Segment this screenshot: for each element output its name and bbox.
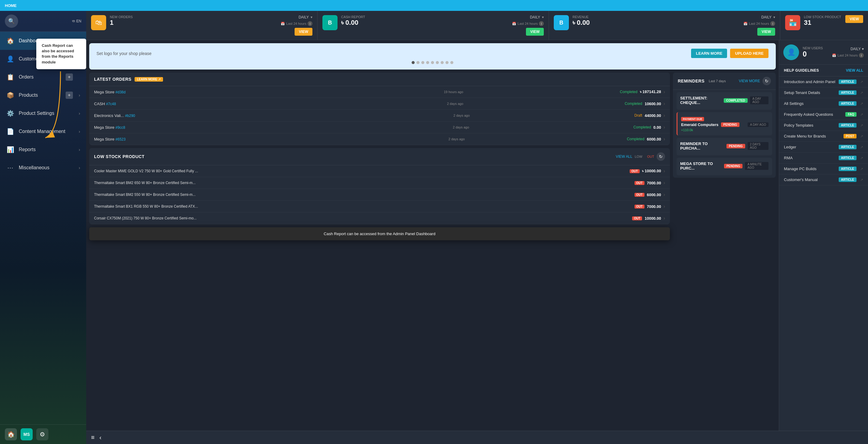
new-users-card: 👤 NEW USERS 0 DAILY ▾ 📅 <box>783 44 864 60</box>
order-row[interactable]: Mega Store #d38d 19 hours ago Completed … <box>89 86 670 98</box>
sidebar-item-dashboard[interactable]: 🏠 Dashboard <box>0 32 86 50</box>
banner-dot <box>445 61 448 64</box>
external-link-icon[interactable]: ↗ <box>860 112 863 117</box>
info-icon2[interactable]: i <box>539 21 544 26</box>
reports-icon: 📊 <box>6 146 14 153</box>
home-bottom-button[interactable]: 🏠 <box>5 428 17 440</box>
learn-more-button[interactable]: LEARN MORE <box>691 49 727 58</box>
row-arrow-icon[interactable]: › <box>663 113 665 118</box>
row-arrow-icon[interactable]: › <box>663 125 665 130</box>
chevron-down-icon4: ▾ <box>862 47 864 51</box>
order-row[interactable]: Mega Store #6523 2 days ago Completed 60… <box>89 133 670 145</box>
product-settings-icon: ⚙️ <box>6 110 14 117</box>
upload-here-button[interactable]: UPLOAD HERE <box>730 49 769 58</box>
revenue-dropdown[interactable]: DAILY ▾ <box>761 15 775 19</box>
order-row[interactable]: CASH #7c48 2 days ago Completed 10600.00… <box>89 98 670 110</box>
out-badge: OUT <box>634 205 645 209</box>
revenue-view-button[interactable]: VIEW <box>757 28 775 36</box>
low-stock-row[interactable]: Thermaltake Smart BM2 550 W 80+ Bronze C… <box>89 189 670 201</box>
products-add-button[interactable]: + <box>66 92 73 99</box>
new-users-controls: DAILY ▾ 📅 Last 24 hours i <box>832 47 864 58</box>
revenue-info: REVENUE ৳ 0.00 <box>572 15 740 27</box>
bottom-menu-button[interactable]: ≡ <box>91 434 95 441</box>
sidebar-item-products[interactable]: 📦 Products + › <box>0 86 86 104</box>
sidebar-item-reports[interactable]: 📊 Reports › <box>0 141 86 159</box>
row-arrow-icon[interactable]: › <box>663 168 665 174</box>
reminders-refresh-button[interactable]: ↻ <box>763 77 771 85</box>
low-stock-refresh-button[interactable]: ↻ <box>657 152 665 161</box>
sidebar-item-content-management[interactable]: 📄 Content Management › <box>0 123 86 141</box>
external-link-icon[interactable]: ↗ <box>860 156 863 160</box>
row-arrow-icon[interactable]: › <box>663 192 665 197</box>
external-link-icon[interactable]: ↗ <box>860 102 863 106</box>
sidebar-item-label: Dashboard <box>19 38 42 43</box>
order-row[interactable]: Mega Store #9cc8 2 days ago Completed 0.… <box>89 122 670 133</box>
article-badge: ARTICLE <box>839 145 857 149</box>
sidebar-item-customers[interactable]: 👤 Customers <box>0 50 86 68</box>
chevron-down-icon: ▾ <box>311 15 312 19</box>
sidebar-item-label: Miscellaneous <box>19 165 49 170</box>
row-arrow-icon[interactable]: › <box>663 101 665 106</box>
new-orders-dropdown[interactable]: DAILY ▾ <box>299 15 312 19</box>
view-all-button[interactable]: VIEW ALL <box>616 155 632 159</box>
row-arrow-icon[interactable]: › <box>663 204 665 209</box>
search-button[interactable]: 🔍 <box>5 14 18 28</box>
reminder-header: SETTLEMENT: CHEQUE... COMPLETED A DAY AG… <box>680 96 769 105</box>
low-stock-row[interactable]: Thermaltake Smart BM2 650 W 80+ Bronze C… <box>89 177 670 189</box>
cash-report-view-button[interactable]: VIEW <box>526 28 544 36</box>
banner-dot <box>450 61 453 64</box>
orders-icon: 📋 <box>6 73 14 81</box>
low-stock-info: LOW STOCK PRODUCT 31 <box>804 15 842 27</box>
info-icon4[interactable]: i <box>859 53 864 58</box>
info-icon[interactable]: i <box>308 21 312 26</box>
low-stock-view-button[interactable]: VIEW <box>845 15 863 23</box>
info-icon3[interactable]: i <box>770 21 775 26</box>
stat-revenue: B REVENUE ৳ 0.00 DAILY ▾ 📅 Last 24 hours… <box>549 11 780 40</box>
external-link-icon[interactable]: ↗ <box>860 178 863 182</box>
language-switcher[interactable]: বাং EN <box>72 19 81 23</box>
external-link-icon[interactable]: ↗ <box>860 145 863 149</box>
external-link-icon[interactable]: ↗ <box>860 91 863 95</box>
external-link-icon[interactable]: ↗ <box>860 123 863 128</box>
reminders-header: REMINDERS Last 7 days VIEW MORE ↻ <box>673 72 776 90</box>
content-management-arrow: › <box>79 129 80 134</box>
bottom-back-button[interactable]: ‹ <box>99 434 102 441</box>
help-item: RMA ARTICLE ↗ <box>779 152 868 164</box>
row-arrow-icon[interactable]: › <box>663 89 665 95</box>
sidebar-item-miscellaneous[interactable]: ⋯ Miscellaneous › <box>0 159 86 177</box>
external-link-icon[interactable]: ↗ <box>860 80 863 84</box>
ms-button[interactable]: MS <box>21 428 33 440</box>
cash-report-dropdown[interactable]: DAILY ▾ <box>530 15 544 19</box>
sidebar-item-product-settings[interactable]: ⚙️ Product Settings › <box>0 104 86 123</box>
status-badge: PENDING <box>726 144 745 148</box>
settings-bottom-button[interactable]: ⚙ <box>36 428 49 440</box>
row-arrow-icon[interactable]: › <box>663 136 665 142</box>
row-arrow-icon[interactable]: › <box>663 215 665 221</box>
cash-report-icon: B <box>322 15 338 30</box>
order-row[interactable]: Electronics Vali... #b290 2 days ago Dra… <box>89 110 670 122</box>
view-all-help-button[interactable]: VIEW ALL <box>846 68 863 72</box>
new-orders-view-button[interactable]: VIEW <box>294 28 312 36</box>
sidebar-item-label: Content Management <box>19 129 65 134</box>
external-link-icon[interactable]: ↗ <box>860 134 863 138</box>
new-users-dropdown[interactable]: DAILY ▾ <box>850 47 864 51</box>
external-link-icon[interactable]: ↗ <box>860 167 863 171</box>
help-item: Policy Templates ARTICLE ↗ <box>779 120 868 131</box>
sidebar-item-orders[interactable]: 📋 Orders + <box>0 68 86 86</box>
reports-arrow: › <box>79 147 80 152</box>
new-orders-icon: 🛍 <box>91 15 106 30</box>
right-panel: 👤 NEW USERS 0 DAILY ▾ 📅 <box>779 40 868 431</box>
low-stock-row[interactable]: Thermaltake Smart BX1 RGB 550 W 80+ Bron… <box>89 201 670 212</box>
low-stock-row[interactable]: Cooler Master MWE GOLD V2 750 W 80+ Gold… <box>89 165 670 177</box>
row-arrow-icon[interactable]: › <box>663 180 665 185</box>
help-item: Introduction and Admin Panel ARTICLE ↗ <box>779 76 868 87</box>
banner-dots <box>96 61 769 64</box>
view-more-button[interactable]: VIEW MORE <box>739 79 760 83</box>
learn-more-badge[interactable]: LEARN MORE ↗ <box>134 77 163 81</box>
low-stock-row[interactable]: Corsair CX750M (2021) 750 W 80+ Bronze C… <box>89 212 670 224</box>
orders-add-button[interactable]: + <box>66 73 73 81</box>
sidebar-bottom: 🏠 MS ⚙ <box>0 424 86 444</box>
content-management-icon: 📄 <box>6 128 14 135</box>
sidebar-item-label: Reports <box>19 147 36 152</box>
help-guidelines-section: HELP GUIDELINES VIEW ALL Introduction an… <box>779 65 868 185</box>
